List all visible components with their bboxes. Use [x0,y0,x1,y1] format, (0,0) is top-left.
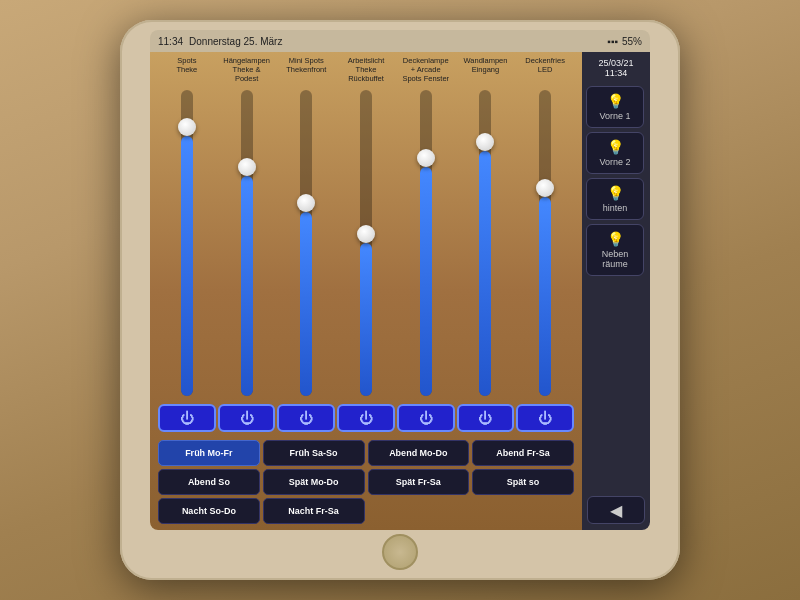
scene-button-6[interactable]: Spät Fr-Sa [368,469,470,495]
slider-container-col5[interactable] [397,90,455,396]
bulb-icon-hinten: 💡 [607,185,624,201]
slider-track-col3 [300,90,312,396]
scene-buttons: Früh Mo-FrFrüh Sa-SoAbend Mo-DoAbend Fr-… [150,436,582,530]
power-button-p5[interactable]: ⏻ [397,404,455,432]
sidebar-button-vorne2[interactable]: 💡Vorne 2 [586,132,644,174]
scene-button-2[interactable]: Abend Mo-Do [368,440,470,466]
sidebar-time: 11:34 [598,68,633,78]
sidebar-button-vorne1[interactable]: 💡Vorne 1 [586,86,644,128]
slider-fill-col7 [539,197,551,396]
slider-thumb-col6[interactable] [476,133,494,151]
power-button-p7[interactable]: ⏻ [516,404,574,432]
status-bar-right: ▪▪▪ 55% [607,36,642,47]
slider-track-col2 [241,90,253,396]
slider-thumb-col4[interactable] [357,225,375,243]
power-buttons-row: ⏻⏻⏻⏻⏻⏻⏻ [150,400,582,436]
lighting-panel: Spots ThekeHängelampen Theke & PodestMin… [150,52,582,530]
slider-track-col1 [181,90,193,396]
status-bar-left: 11:34 Donnerstag 25. März [158,36,282,47]
sidebar-button-nebenraeume[interactable]: 💡Neben räume [586,224,644,276]
battery-pct: 55% [622,36,642,47]
col-label-col3: Mini Spots Thekenfront [277,56,335,84]
slider-container-col7[interactable] [516,90,574,396]
slider-track-col4 [360,90,372,396]
sidebar-label-vorne1: Vorne 1 [599,111,630,121]
right-sidebar: 25/03/21 11:34 💡Vorne 1💡Vorne 2💡hinten💡N… [582,52,650,530]
slider-fill-col1 [181,136,193,396]
back-button[interactable]: ◀ [587,496,645,524]
scene-button-9[interactable]: Nacht Fr-Sa [263,498,365,524]
col-label-col6: Wandlampen Eingang [457,56,515,84]
ipad-frame: 11:34 Donnerstag 25. März ▪▪▪ 55% Spots … [120,20,680,580]
slider-thumb-col7[interactable] [536,179,554,197]
ipad-screen: 11:34 Donnerstag 25. März ▪▪▪ 55% Spots … [150,30,650,530]
slider-fill-col4 [360,243,372,396]
sidebar-label-hinten: hinten [603,203,628,213]
slider-container-col4[interactable] [337,90,395,396]
column-labels: Spots ThekeHängelampen Theke & PodestMin… [150,52,582,86]
status-time: 11:34 [158,36,183,47]
col-label-col1: Spots Theke [158,56,216,84]
scene-button-7[interactable]: Spät so [472,469,574,495]
scene-button-4[interactable]: Abend So [158,469,260,495]
power-button-p6[interactable]: ⏻ [457,404,515,432]
col-label-col4: Arbeitslicht Theke Rückbuffet [337,56,395,84]
scene-button-3[interactable]: Abend Fr-Sa [472,440,574,466]
slider-thumb-col5[interactable] [417,149,435,167]
sidebar-label-nebenraeume: Neben räume [602,249,629,269]
slider-thumb-col3[interactable] [297,194,315,212]
power-button-p2[interactable]: ⏻ [218,404,276,432]
slider-track-col6 [479,90,491,396]
bulb-icon-vorne1: 💡 [607,93,624,109]
sliders-area [150,86,582,400]
slider-container-col1[interactable] [158,90,216,396]
slider-container-col6[interactable] [457,90,515,396]
power-button-p4[interactable]: ⏻ [337,404,395,432]
slider-track-col5 [420,90,432,396]
sidebar-label-vorne2: Vorne 2 [599,157,630,167]
slider-container-col3[interactable] [277,90,335,396]
sidebar-button-hinten[interactable]: 💡hinten [586,178,644,220]
status-bar: 11:34 Donnerstag 25. März ▪▪▪ 55% [150,30,650,52]
scene-button-8[interactable]: Nacht So-Do [158,498,260,524]
slider-fill-col5 [420,167,432,397]
col-label-col5: Deckenlampe + Arcade Spots Fenster [397,56,455,84]
bulb-icon-nebenraeume: 💡 [607,231,624,247]
sidebar-date: 25/03/21 [598,58,633,68]
slider-thumb-col1[interactable] [178,118,196,136]
home-button[interactable] [382,534,418,570]
bulb-icon-vorne2: 💡 [607,139,624,155]
power-button-p3[interactable]: ⏻ [277,404,335,432]
slider-fill-col6 [479,151,491,396]
status-date: Donnerstag 25. März [189,36,282,47]
slider-fill-col2 [241,176,253,396]
scene-button-5[interactable]: Spät Mo-Do [263,469,365,495]
power-button-p1[interactable]: ⏻ [158,404,216,432]
col-label-col2: Hängelampen Theke & Podest [218,56,276,84]
slider-track-col7 [539,90,551,396]
slider-fill-col3 [300,212,312,396]
col-label-col7: Deckenfries LED [516,56,574,84]
slider-container-col2[interactable] [218,90,276,396]
scene-button-0[interactable]: Früh Mo-Fr [158,440,260,466]
main-area: Spots ThekeHängelampen Theke & PodestMin… [150,52,650,530]
slider-thumb-col2[interactable] [238,158,256,176]
sidebar-datetime: 25/03/21 11:34 [598,58,633,78]
scene-button-1[interactable]: Früh Sa-So [263,440,365,466]
battery-icon: ▪▪▪ [607,36,618,47]
